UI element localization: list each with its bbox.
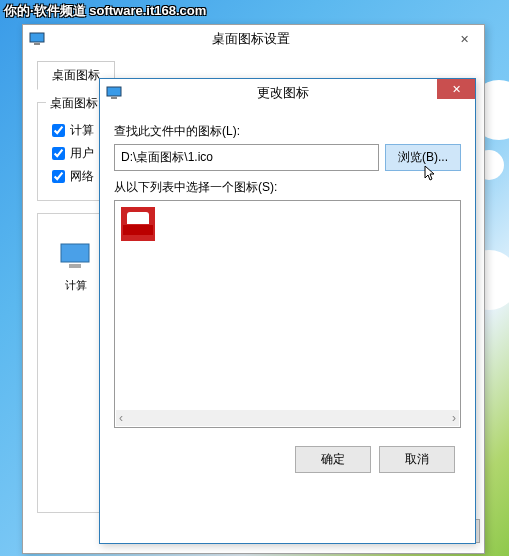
checkbox-user[interactable] xyxy=(52,147,65,160)
horizontal-scrollbar[interactable]: ‹ › xyxy=(116,410,459,426)
checkbox-network-label: 网络 xyxy=(70,168,94,185)
scroll-right-icon[interactable]: › xyxy=(452,411,456,425)
browse-button[interactable]: 浏览(B)... xyxy=(385,144,461,171)
icon-preview-computer[interactable]: 计算 xyxy=(54,238,98,293)
svg-rect-2 xyxy=(61,244,89,262)
checkbox-network[interactable] xyxy=(52,170,65,183)
cancel-button[interactable]: 取消 xyxy=(379,446,455,473)
cursor-icon xyxy=(424,165,438,183)
icon-preview-label: 计算 xyxy=(65,278,87,293)
svg-rect-1 xyxy=(34,43,40,45)
close-icon[interactable]: ✕ xyxy=(450,29,478,49)
browse-button-label: 浏览(B)... xyxy=(398,150,448,164)
scroll-left-icon[interactable]: ‹ xyxy=(119,411,123,425)
svg-rect-0 xyxy=(30,33,44,42)
watermark-text: 你的·软件频道 software.it168.com xyxy=(4,2,206,20)
icon-path-input[interactable] xyxy=(114,144,379,171)
change-icon-dialog: 更改图标 ✕ 查找此文件中的图标(L): 浏览(B)... 从以下列表中选择一个… xyxy=(99,78,476,544)
dialog-title: 更改图标 xyxy=(128,84,437,102)
checkbox-computer[interactable] xyxy=(52,124,65,137)
monitor-icon xyxy=(106,85,122,101)
dialog-title: 桌面图标设置 xyxy=(51,30,450,48)
lookup-label: 查找此文件中的图标(L): xyxy=(114,123,461,140)
monitor-icon xyxy=(29,31,45,47)
titlebar: 更改图标 ✕ xyxy=(100,79,475,107)
svg-rect-5 xyxy=(111,97,117,99)
car-icon[interactable] xyxy=(121,207,155,241)
icon-list[interactable]: ‹ › xyxy=(114,200,461,428)
group-title: 桌面图标 xyxy=(46,95,102,112)
select-label: 从以下列表中选择一个图标(S): xyxy=(114,179,461,196)
close-button[interactable]: ✕ xyxy=(437,79,475,99)
checkbox-user-label: 用户 xyxy=(70,145,94,162)
checkbox-computer-label: 计算 xyxy=(70,122,94,139)
svg-rect-4 xyxy=(107,87,121,96)
svg-rect-3 xyxy=(69,264,81,268)
ok-button[interactable]: 确定 xyxy=(295,446,371,473)
titlebar: 桌面图标设置 ✕ xyxy=(23,25,484,53)
